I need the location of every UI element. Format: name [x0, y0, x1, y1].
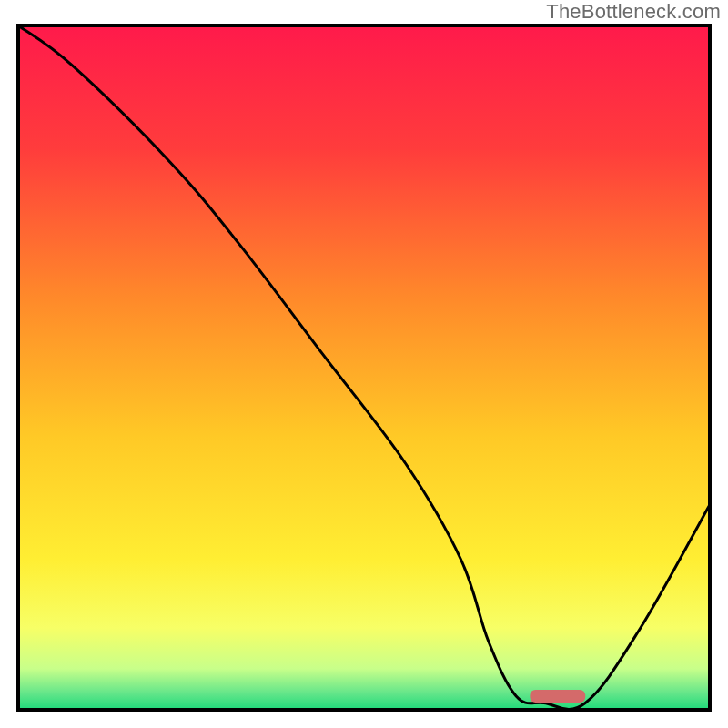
gradient-background	[18, 25, 710, 710]
watermark-text: TheBottleneck.com	[546, 0, 721, 24]
optimal-zone-marker	[530, 690, 585, 703]
chart-container: TheBottleneck.com	[0, 0, 728, 728]
bottleneck-chart	[0, 0, 728, 728]
